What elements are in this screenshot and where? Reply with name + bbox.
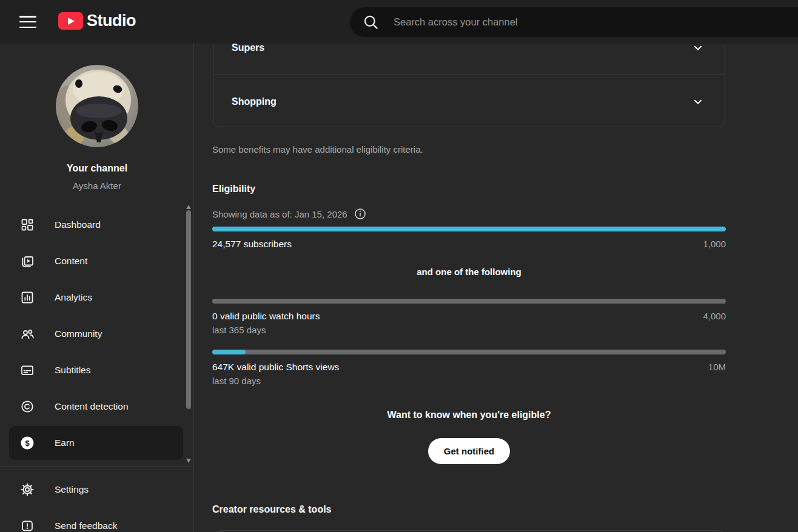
benefit-label: Supers bbox=[232, 44, 264, 53]
hamburger-menu-icon[interactable] bbox=[19, 15, 36, 29]
sidebar-item-label: Earn bbox=[55, 437, 75, 448]
cta-question: Want to know when you're eligible? bbox=[212, 410, 726, 421]
requirement-target: 1,000 bbox=[703, 239, 726, 249]
earn-dollar-icon: $ bbox=[20, 436, 35, 450]
top-header: Studio bbox=[0, 0, 798, 44]
sidebar-item-analytics[interactable]: Analytics bbox=[0, 279, 194, 316]
sidebar-item-label: Dashboard bbox=[55, 219, 101, 230]
subtitles-icon bbox=[20, 363, 35, 377]
benefits-note: Some benefits may have additional eligib… bbox=[212, 144, 423, 155]
requirement-shorts-views: 647K valid public Shorts views 10M bbox=[212, 362, 726, 373]
chevron-down-icon bbox=[691, 44, 705, 55]
benefits-card: Supers Shopping bbox=[213, 44, 725, 127]
data-as-of-row: Showing data as of: Jan 15, 2026 bbox=[212, 207, 367, 221]
sidebar-item-label: Subtitles bbox=[55, 365, 90, 376]
sidebar-item-earn[interactable]: $ Earn bbox=[0, 425, 194, 461]
benefit-label: Shopping bbox=[232, 96, 277, 107]
sidebar-item-label: Analytics bbox=[55, 292, 92, 303]
sidebar-item-settings[interactable]: Settings bbox=[0, 471, 194, 508]
requirement-watch-hours: 0 valid public watch hours 4,000 bbox=[212, 311, 726, 322]
gear-icon bbox=[20, 482, 35, 497]
feedback-icon bbox=[20, 519, 35, 532]
search-icon bbox=[363, 14, 379, 30]
search-input[interactable] bbox=[394, 16, 757, 28]
requirement-label: 0 valid public watch hours bbox=[212, 311, 320, 322]
chevron-down-icon bbox=[691, 95, 705, 109]
sidebar-item-label: Content bbox=[55, 256, 87, 267]
info-icon[interactable] bbox=[354, 207, 367, 221]
sidebar-item-label: Send feedback bbox=[55, 520, 117, 531]
sidebar-item-community[interactable]: Community bbox=[0, 316, 194, 352]
sidebar-item-label: Content detection bbox=[55, 401, 129, 412]
requirement-sublabel: last 90 days bbox=[212, 376, 726, 386]
cta-button-wrap: Get notified bbox=[212, 438, 726, 464]
requirement-subscribers: 24,577 subscribers 1,000 bbox=[212, 239, 726, 250]
sidebar: Your channel Aysha Akter Dashboard bbox=[0, 44, 194, 532]
dashboard-icon bbox=[20, 218, 35, 232]
progress-bar-watch-hours bbox=[212, 299, 726, 304]
get-notified-button[interactable]: Get notified bbox=[428, 438, 510, 464]
sidebar-divider bbox=[0, 467, 194, 467]
requirement-target: 10M bbox=[708, 362, 726, 372]
youtube-studio-app: Studio bbox=[0, 0, 798, 532]
svg-text:$: $ bbox=[25, 439, 30, 448]
sidebar-scrollbar-thumb[interactable] bbox=[186, 210, 191, 409]
sidebar-item-content-detection[interactable]: Content detection bbox=[0, 388, 194, 425]
content-icon bbox=[20, 254, 35, 268]
sidebar-nav: Dashboard Content bbox=[0, 207, 194, 461]
studio-logo-text: Studio bbox=[87, 12, 136, 30]
sidebar-footer-nav: Settings Send feedback bbox=[0, 471, 194, 532]
sidebar-item-dashboard[interactable]: Dashboard bbox=[0, 207, 194, 243]
sidebar-scrollbar-up-arrow[interactable] bbox=[186, 205, 191, 209]
resources-title: Creator resources & tools bbox=[212, 504, 332, 515]
requirement-label: 647K valid public Shorts views bbox=[212, 362, 339, 373]
benefit-row-shopping[interactable]: Shopping bbox=[213, 75, 725, 128]
progress-bar-subscribers bbox=[212, 227, 726, 231]
connector-text: and one of the following bbox=[212, 267, 726, 277]
requirement-target: 4,000 bbox=[703, 311, 726, 321]
youtube-play-icon bbox=[58, 12, 83, 30]
sidebar-item-send-feedback[interactable]: Send feedback bbox=[0, 508, 194, 532]
sidebar-item-content[interactable]: Content bbox=[0, 243, 194, 279]
eligibility-title: Eligibility bbox=[212, 184, 255, 195]
sidebar-scrollbar-down-arrow[interactable] bbox=[186, 459, 191, 463]
progress-bar-shorts-views bbox=[212, 350, 726, 354]
sidebar-item-label: Settings bbox=[55, 484, 89, 495]
studio-logo[interactable]: Studio bbox=[58, 12, 136, 30]
main-content: Supers Shopping Some benefits may have a… bbox=[194, 44, 798, 532]
sidebar-item-subtitles[interactable]: Subtitles bbox=[0, 352, 194, 388]
your-channel-label: Your channel bbox=[0, 163, 194, 174]
data-as-of-text: Showing data as of: Jan 15, 2026 bbox=[212, 209, 347, 219]
benefit-row-supers[interactable]: Supers bbox=[213, 44, 725, 75]
requirement-label: 24,577 subscribers bbox=[212, 239, 292, 250]
copyright-icon bbox=[20, 399, 35, 414]
analytics-icon bbox=[20, 290, 35, 305]
requirement-sublabel: last 365 days bbox=[212, 325, 726, 335]
search-bar[interactable] bbox=[350, 7, 798, 37]
sidebar-item-label: Community bbox=[55, 328, 102, 339]
community-icon bbox=[20, 327, 35, 341]
channel-name: Aysha Akter bbox=[0, 181, 194, 191]
channel-avatar[interactable] bbox=[56, 65, 138, 147]
